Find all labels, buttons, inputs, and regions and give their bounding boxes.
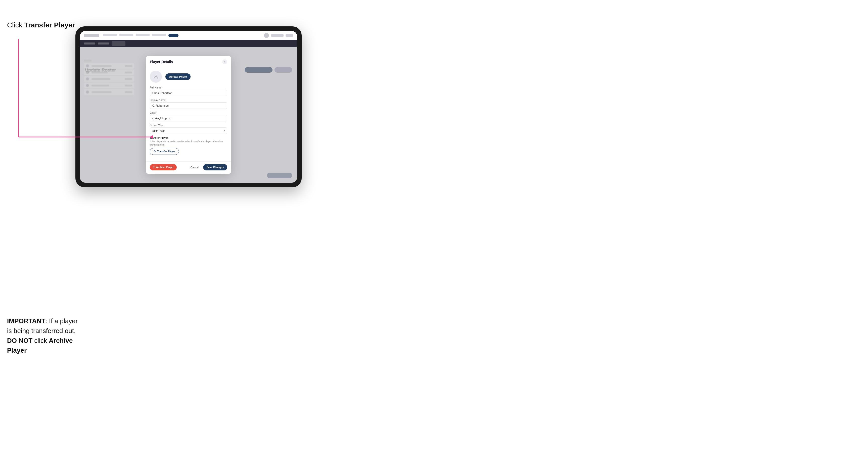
sub-navbar [80,40,297,47]
transfer-section-description: If this player has moved to another scho… [150,140,227,146]
school-year-select[interactable]: First Year Second Year Third Year Fourth… [150,127,227,134]
player-details-modal: Player Details × [146,56,231,174]
important-bold: IMPORTANT [7,317,45,325]
do-not-bold: DO NOT [7,337,32,344]
nav-text-placeholder [271,34,284,37]
modal-overlay: Player Details × [80,47,297,183]
cancel-button[interactable]: Cancel [188,164,201,170]
email-input[interactable] [150,115,227,121]
nav-item-1 [103,34,117,36]
svg-point-3 [155,75,157,77]
nav-items [103,34,260,37]
photo-upload-area: Upload Photo [150,71,227,83]
nav-item-4 [152,34,166,36]
tablet-device: Update Roster [75,26,302,187]
nav-item-roster [168,34,179,37]
modal-header: Player Details × [146,56,231,67]
instruction-area: Click Transfer Player [7,20,78,30]
email-group: Email [150,111,227,121]
nav-item-2 [119,34,133,36]
archive-player-button[interactable]: ⬆ Archive Player [150,164,177,170]
sub-nav-item-2 [98,42,109,44]
archive-icon: ⬆ [153,166,155,169]
full-name-label: Full Name [150,86,227,89]
modal-close-button[interactable]: × [222,59,227,64]
save-changes-button[interactable]: Save Changes [203,164,227,170]
full-name-group: Full Name [150,86,227,96]
instruction-text: Click Transfer Player [7,20,78,30]
school-year-select-wrapper: First Year Second Year Third Year Fourth… [150,127,227,134]
app-logo [84,34,99,37]
footer-right-actions: Cancel Save Changes [188,164,227,170]
important-note: IMPORTANT: If a player is being transfer… [7,316,80,355]
transfer-btn-label: Transfer Player [157,150,175,153]
display-name-label: Display Name [150,99,227,101]
tablet-screen: Update Roster [80,31,297,183]
sub-nav-btn [112,41,125,46]
nav-right [264,33,293,38]
modal-title: Player Details [150,60,173,64]
school-year-group: School Year First Year Second Year Third… [150,124,227,134]
transfer-icon: ⟳ [154,150,156,153]
email-label: Email [150,111,227,114]
person-icon [153,74,159,80]
photo-placeholder [150,71,162,83]
sub-nav-item-1 [84,42,95,44]
archive-btn-label: Archive Player [156,166,174,169]
content-background: Update Roster [80,47,297,183]
nav-avatar [264,33,269,38]
instruction-bold: Transfer Player [24,21,75,29]
school-year-label: School Year [150,124,227,127]
nav-text-placeholder-2 [285,34,293,37]
upload-photo-button[interactable]: Upload Photo [165,73,190,80]
modal-body: Upload Photo Full Name Display Name [146,67,231,161]
transfer-section-label: Transfer Player [150,136,227,139]
full-name-input[interactable] [150,90,227,96]
transfer-player-section: Transfer Player If this player has moved… [150,136,227,155]
display-name-group: Display Name [150,99,227,109]
nav-item-3 [136,34,150,36]
modal-footer: ⬆ Archive Player Cancel Save Changes [146,161,231,174]
display-name-input[interactable] [150,102,227,109]
transfer-player-button[interactable]: ⟳ Transfer Player [150,148,179,155]
app-navbar [80,31,297,40]
